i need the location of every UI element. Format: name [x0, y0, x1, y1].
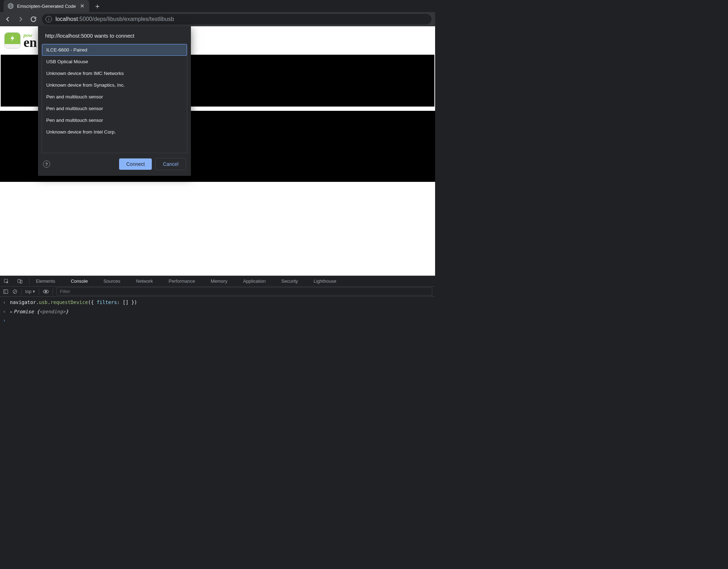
- devtools-tab-console[interactable]: Console: [71, 278, 88, 284]
- device-item[interactable]: ILCE-6600 - Paired: [42, 44, 187, 56]
- connect-button[interactable]: Connect: [119, 158, 152, 170]
- svg-line-7: [14, 290, 16, 293]
- forward-button[interactable]: [16, 15, 25, 23]
- emscripten-logo: [4, 32, 21, 49]
- chevron-down-icon: ▾: [33, 289, 35, 294]
- svg-point-9: [45, 291, 47, 292]
- close-icon[interactable]: ✕: [79, 3, 85, 9]
- tab-title: Emscripten-Generated Code: [17, 4, 76, 9]
- prompt-icon: ›: [3, 317, 7, 325]
- clear-console-icon[interactable]: [12, 289, 18, 294]
- device-item[interactable]: USB Optical Mouse: [42, 56, 187, 67]
- devtools-tab-network[interactable]: Network: [136, 278, 153, 284]
- new-tab-button[interactable]: ＋: [92, 1, 103, 11]
- console-toolbar: top ▾: [0, 287, 435, 297]
- device-item[interactable]: Unknown device from Synaptics, Inc.: [42, 79, 187, 91]
- emscripten-wordmark: pow en: [23, 32, 37, 48]
- devtools-tab-security[interactable]: Security: [281, 278, 298, 284]
- devtools-tab-performance[interactable]: Performance: [168, 278, 195, 284]
- url-text: localhost:5000/deps/libusb/examples/test…: [55, 16, 174, 22]
- console-input-code: navigator.usb.requestDevice({ filters: […: [10, 299, 137, 307]
- device-item[interactable]: Pen and multitouch sensor: [42, 114, 187, 126]
- devtools-tabbar: ElementsConsoleSourcesNetworkPerformance…: [0, 276, 435, 287]
- console-filter-input[interactable]: [57, 287, 432, 296]
- device-item[interactable]: Pen and multitouch sensor: [42, 91, 187, 103]
- console-sidebar-icon[interactable]: [3, 289, 9, 294]
- dialog-title: http://localhost:5000 wants to connect: [38, 26, 191, 42]
- prompt-out-icon: ‹: [3, 308, 7, 316]
- reload-button[interactable]: [29, 15, 38, 23]
- svg-rect-4: [4, 289, 8, 293]
- globe-icon: [8, 3, 14, 9]
- back-button[interactable]: [4, 15, 12, 23]
- webusb-device-dialog: http://localhost:5000 wants to connect I…: [38, 26, 191, 176]
- console-output[interactable]: › navigator.usb.requestDevice({ filters:…: [0, 297, 435, 340]
- prompt-in-icon: ›: [3, 299, 7, 307]
- devtools-tab-memory[interactable]: Memory: [211, 278, 228, 284]
- tab-strip: Emscripten-Generated Code ✕ ＋: [0, 0, 435, 12]
- url-host: localhost: [55, 16, 78, 22]
- address-bar[interactable]: i localhost:5000/deps/libusb/examples/te…: [42, 14, 432, 25]
- device-list[interactable]: ILCE-6600 - PairedUSB Optical MouseUnkno…: [42, 44, 187, 153]
- console-output-line: ‹ ▸Promise {<pending>}: [0, 307, 435, 316]
- devtools-panel: ElementsConsoleSourcesNetworkPerformance…: [0, 276, 435, 340]
- url-path: :5000/deps/libusb/examples/testlibusb: [78, 16, 174, 22]
- cancel-button[interactable]: Cancel: [155, 158, 186, 170]
- device-toggle-icon[interactable]: [17, 278, 23, 284]
- devtools-tab-lighthouse[interactable]: Lighthouse: [314, 278, 336, 284]
- device-item[interactable]: Unknown device from Intel Corp.: [42, 126, 187, 138]
- inspect-icon[interactable]: [4, 278, 9, 284]
- console-prompt-line[interactable]: ›: [0, 316, 435, 325]
- devtools-tab-application[interactable]: Application: [243, 278, 266, 284]
- logo-title: en: [23, 36, 37, 48]
- live-expression-icon[interactable]: [43, 289, 49, 294]
- browser-toolbar: i localhost:5000/deps/libusb/examples/te…: [0, 12, 435, 26]
- device-item[interactable]: Pen and multitouch sensor: [42, 103, 187, 114]
- dialog-footer: ? Connect Cancel: [38, 153, 191, 176]
- device-item[interactable]: Unknown device from IMC Networks: [42, 67, 187, 79]
- site-info-icon[interactable]: i: [46, 16, 52, 22]
- console-input-line: › navigator.usb.requestDevice({ filters:…: [0, 298, 435, 307]
- help-icon[interactable]: ?: [43, 161, 50, 168]
- devtools-tab-elements[interactable]: Elements: [36, 278, 55, 284]
- context-label: top: [25, 289, 31, 294]
- context-selector[interactable]: top ▾: [25, 289, 35, 294]
- devtools-tab-sources[interactable]: Sources: [103, 278, 121, 284]
- console-output-value: ▸Promise {<pending>}: [10, 308, 69, 316]
- browser-tab[interactable]: Emscripten-Generated Code ✕: [4, 0, 89, 12]
